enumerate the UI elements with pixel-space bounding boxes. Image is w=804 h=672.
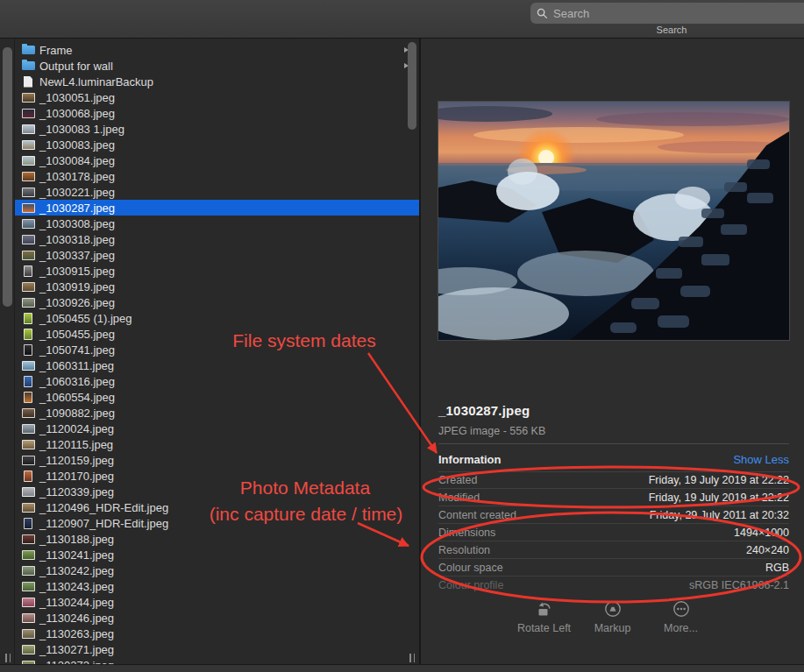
list-item[interactable]: _1130243.jpeg xyxy=(15,578,419,594)
file-name: _1060311.jpeg xyxy=(39,359,114,372)
list-item[interactable]: NewL4.luminarBackup xyxy=(15,74,419,89)
list-item[interactable]: _1050455 (1).jpeg xyxy=(15,310,419,326)
list-item[interactable]: _1050741.jpeg xyxy=(15,342,419,357)
file-name: _1050741.jpeg xyxy=(39,343,115,357)
list-item[interactable]: _1030337.jpeg xyxy=(15,247,419,263)
list-item[interactable]: _1120339.jpeg xyxy=(15,484,419,499)
list-item[interactable]: _1120170.jpeg xyxy=(15,468,419,484)
list-item[interactable]: _1060311.jpeg xyxy=(15,357,419,373)
list-item[interactable]: _1030068.jpeg xyxy=(15,105,419,121)
list-item[interactable]: _1130242.jpeg xyxy=(15,562,419,578)
list-item[interactable]: _1030083.jpeg xyxy=(15,137,419,152)
file-thumbnail-icon xyxy=(20,296,36,308)
list-item[interactable]: _1030051.jpeg xyxy=(15,89,419,105)
preview-filename: _1030287.jpeg xyxy=(438,403,530,418)
more-ellipsis-icon xyxy=(672,599,691,619)
file-thumbnail-icon xyxy=(20,343,36,356)
list-item[interactable]: _1130271.jpeg xyxy=(15,641,419,657)
file-thumbnail-icon xyxy=(20,265,36,277)
metadata-table: Created Friday, 19 July 2019 at 22:22 Mo… xyxy=(438,471,789,594)
list-item[interactable]: _1030178.jpeg xyxy=(15,168,419,184)
quick-action-label: Rotate Left xyxy=(517,622,571,634)
file-name: _1030051.jpeg xyxy=(39,91,115,104)
list-item[interactable]: _1060316.jpeg xyxy=(15,373,419,389)
list-item[interactable]: _1030308.jpeg xyxy=(15,216,419,231)
file-thumbnail-icon xyxy=(20,91,36,103)
show-less-link[interactable]: Show Less xyxy=(733,453,789,466)
file-name: _1130244.jpeg xyxy=(39,596,114,609)
file-thumbnail-icon xyxy=(20,470,36,482)
file-name: _1030915.jpeg xyxy=(39,265,115,278)
metadata-label: Modified xyxy=(438,492,480,504)
file-name: _1130242.jpeg xyxy=(39,564,114,577)
list-item[interactable]: Output for wall xyxy=(15,58,419,74)
list-item[interactable]: _1030915.jpeg xyxy=(15,263,419,279)
list-item[interactable]: _1030221.jpeg xyxy=(15,184,419,200)
metadata-value: 1494×1000 xyxy=(734,527,789,539)
divider xyxy=(438,443,789,444)
metadata-row: Modified Friday, 19 July 2019 at 22:22 xyxy=(438,489,789,506)
file-name: _1030919.jpeg xyxy=(39,280,115,294)
list-item[interactable]: _1130188.jpeg xyxy=(15,531,419,547)
file-list-scrollbar[interactable] xyxy=(408,42,416,130)
quick-action-label: Markup xyxy=(594,622,631,634)
list-item[interactable]: _1030318.jpeg xyxy=(15,231,419,247)
information-section-title: Information xyxy=(438,453,502,466)
file-name: _1120170.jpeg xyxy=(39,470,114,483)
list-item[interactable]: _1130272.jpeg xyxy=(15,657,419,664)
list-item[interactable]: _1130241.jpeg xyxy=(15,547,419,562)
left-column-scrollbar[interactable] xyxy=(3,47,12,307)
file-name: _1120159.jpeg xyxy=(39,454,114,467)
list-item[interactable]: _1120496_HDR-Edit.jpeg xyxy=(15,499,419,515)
file-name: _1130241.jpeg xyxy=(39,548,114,562)
column-resize-handle-left[interactable] xyxy=(4,654,12,662)
metadata-label: Dimensions xyxy=(438,527,495,539)
file-name: _1130246.jpeg xyxy=(39,612,114,625)
file-name: Frame xyxy=(39,44,73,57)
quick-action-button[interactable]: Rotate Left xyxy=(510,599,579,634)
list-item[interactable]: Frame xyxy=(15,42,419,58)
file-name: _1030068.jpeg xyxy=(39,107,115,120)
list-item[interactable]: _1030919.jpeg xyxy=(15,279,419,294)
list-item[interactable]: _1120115.jpeg xyxy=(15,436,419,452)
list-item[interactable]: _1060554.jpeg xyxy=(15,389,419,405)
file-name: _1030287.jpeg xyxy=(39,202,115,215)
metadata-row: Colour space RGB xyxy=(438,559,789,577)
metadata-value: Friday, 19 July 2019 at 22:22 xyxy=(649,474,789,486)
list-item[interactable]: _1030287.jpeg xyxy=(15,200,419,216)
preview-image xyxy=(438,102,789,340)
search-input[interactable]: Search xyxy=(530,3,804,24)
list-item[interactable]: _1030926.jpeg xyxy=(15,294,419,310)
list-item[interactable]: _1120024.jpeg xyxy=(15,421,419,436)
quick-action-button[interactable]: Markup xyxy=(579,599,647,634)
list-item[interactable]: _1030083 1.jpeg xyxy=(15,121,419,137)
metadata-row: Dimensions 1494×1000 xyxy=(438,524,789,541)
file-name: _1120907_HDR-Edit.jpeg xyxy=(39,517,168,530)
file-name: _1130271.jpeg xyxy=(39,643,114,656)
search-toolbar-item-label: Search xyxy=(657,25,687,35)
list-item[interactable]: _1130263.jpeg xyxy=(15,626,419,641)
metadata-label: Content created xyxy=(438,509,516,521)
quick-action-label: More... xyxy=(664,622,698,634)
list-item[interactable]: _1120159.jpeg xyxy=(15,452,419,468)
list-item[interactable]: _1120907_HDR-Edit.jpeg xyxy=(15,515,419,531)
file-thumbnail-icon xyxy=(20,485,36,498)
list-item[interactable]: _1050455.jpeg xyxy=(15,326,419,342)
quick-action-button[interactable]: More... xyxy=(647,599,715,634)
column-resize-handle-right[interactable] xyxy=(408,654,416,662)
file-thumbnail-icon xyxy=(20,280,36,293)
markup-icon xyxy=(603,599,623,619)
metadata-value: Friday, 29 July 2011 at 20:32 xyxy=(650,509,789,521)
list-item[interactable]: _1130244.jpeg xyxy=(15,594,419,610)
file-name: _1030178.jpeg xyxy=(39,170,115,183)
list-item[interactable]: _1090882.jpeg xyxy=(15,405,419,421)
list-item[interactable]: _1130246.jpeg xyxy=(15,610,419,626)
file-thumbnail-icon xyxy=(20,407,36,419)
file-name: _1060316.jpeg xyxy=(39,375,115,388)
file-thumbnail-icon xyxy=(20,375,36,387)
metadata-row: Content created Friday, 29 July 2011 at … xyxy=(438,506,789,524)
file-thumbnail-icon xyxy=(20,533,36,545)
metadata-row: Colour profile sRGB IEC61966-2.1 xyxy=(438,577,789,594)
list-item[interactable]: _1030084.jpeg xyxy=(15,152,419,168)
previous-column-edge xyxy=(0,39,15,664)
